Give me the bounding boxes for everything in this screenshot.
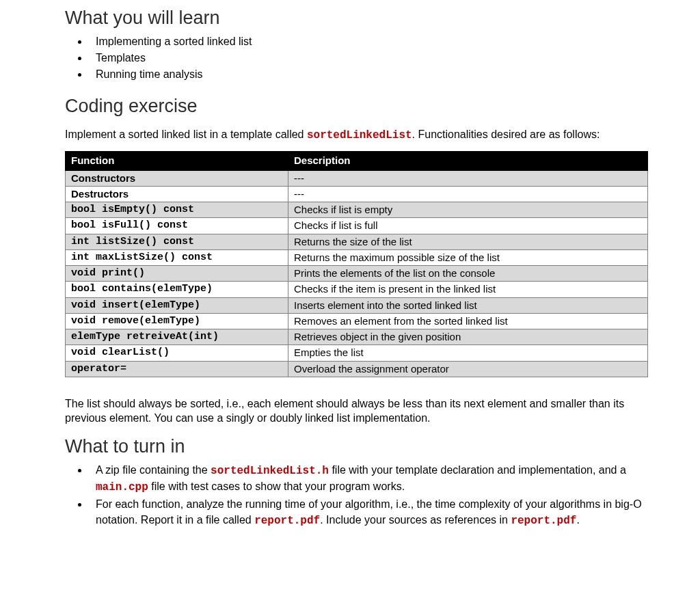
- func-cell: bool isFull() const: [66, 218, 288, 234]
- desc-cell: ---: [288, 186, 648, 202]
- heading-learn: What you will learn: [65, 5, 686, 30]
- table-row: bool isFull() constChecks if list is ful…: [66, 218, 648, 234]
- table-row: bool isEmpty() constChecks if list is em…: [66, 202, 648, 218]
- func-cell: void print(): [66, 266, 288, 282]
- list-item: Templates: [89, 51, 686, 66]
- text-span: .: [576, 514, 579, 526]
- func-cell: bool isEmpty() const: [66, 202, 288, 218]
- text-span: file with test cases to show that your p…: [148, 481, 405, 492]
- intro-text: Implement a sorted linked list in a temp…: [65, 128, 307, 140]
- table-row: void print()Prints the elements of the l…: [66, 266, 648, 282]
- func-cell: Constructors: [66, 170, 288, 186]
- code-span: sortedLinkedList.h: [211, 465, 329, 477]
- heading-turnin: What to turn in: [65, 434, 686, 459]
- code-span: main.cpp: [96, 481, 148, 493]
- list-item: Implementing a sorted linked list: [89, 34, 686, 49]
- function-table: Function Description Constructors---Dest…: [65, 151, 648, 377]
- desc-cell: Empties the list: [288, 345, 648, 361]
- desc-cell: Inserts element into the sorted linked l…: [288, 297, 648, 313]
- text-span: . Include your sources as references in: [320, 514, 511, 526]
- turnin-list: A zip file containing the sortedLinkedLi…: [89, 463, 686, 528]
- exercise-intro: Implement a sorted linked list in a temp…: [65, 127, 635, 144]
- table-row: elemType retreiveAt(int)Retrieves object…: [66, 329, 648, 345]
- desc-cell: Retrieves object in the given position: [288, 329, 648, 345]
- func-cell: int maxListSize() const: [66, 249, 288, 265]
- func-cell: void remove(elemType): [66, 313, 288, 329]
- exercise-note: The list should always be sorted, i.e., …: [65, 396, 635, 426]
- table-row: void clearList()Empties the list: [66, 345, 648, 361]
- desc-cell: Returns the maximum possible size of the…: [288, 249, 648, 265]
- th-description: Description: [288, 152, 648, 170]
- func-cell: int listSize() const: [66, 234, 288, 249]
- table-row: operator=Overload the assignment operato…: [66, 361, 648, 377]
- desc-cell: Checks if list is full: [288, 218, 648, 234]
- text-span: file with your template declaration and …: [329, 464, 626, 476]
- func-cell: Destructors: [66, 186, 288, 202]
- intro-text2: . Functionalities desired are as follows…: [412, 128, 600, 140]
- func-cell: bool contains(elemType): [66, 282, 288, 297]
- list-item: Running time analysis: [89, 67, 686, 82]
- table-row: Destructors---: [66, 186, 648, 202]
- th-function: Function: [66, 152, 288, 170]
- desc-cell: Removes an element from the sorted linke…: [288, 313, 648, 329]
- table-row: void insert(elemType)Inserts element int…: [66, 297, 648, 313]
- list-item: A zip file containing the sortedLinkedLi…: [89, 463, 645, 495]
- learn-list: Implementing a sorted linked listTemplat…: [89, 34, 686, 81]
- text-span: A zip file containing the: [96, 464, 211, 476]
- func-cell: operator=: [66, 361, 288, 377]
- desc-cell: Overload the assignment operator: [288, 361, 648, 377]
- table-row: int maxListSize() constReturns the maxim…: [66, 249, 648, 265]
- heading-exercise: Coding exercise: [65, 94, 686, 118]
- desc-cell: Prints the elements of the list on the c…: [288, 266, 648, 282]
- code-span: report.pdf: [254, 515, 320, 527]
- list-item: For each function, analyze the running t…: [89, 497, 645, 528]
- func-cell: elemType retreiveAt(int): [66, 329, 288, 345]
- table-row: void remove(elemType)Removes an element …: [66, 313, 648, 329]
- intro-code: sortedLinkedList: [307, 129, 412, 141]
- desc-cell: Returns the size of the list: [288, 234, 648, 249]
- table-row: Constructors---: [66, 170, 648, 186]
- table-row: bool contains(elemType)Checks if the ite…: [66, 282, 648, 297]
- desc-cell: ---: [288, 170, 648, 186]
- func-cell: void clearList(): [66, 345, 288, 361]
- desc-cell: Checks if list is empty: [288, 202, 648, 218]
- func-cell: void insert(elemType): [66, 297, 288, 313]
- table-row: int listSize() constReturns the size of …: [66, 234, 648, 249]
- code-span: report.pdf: [511, 515, 576, 527]
- desc-cell: Checks if the item is present in the lin…: [288, 282, 648, 297]
